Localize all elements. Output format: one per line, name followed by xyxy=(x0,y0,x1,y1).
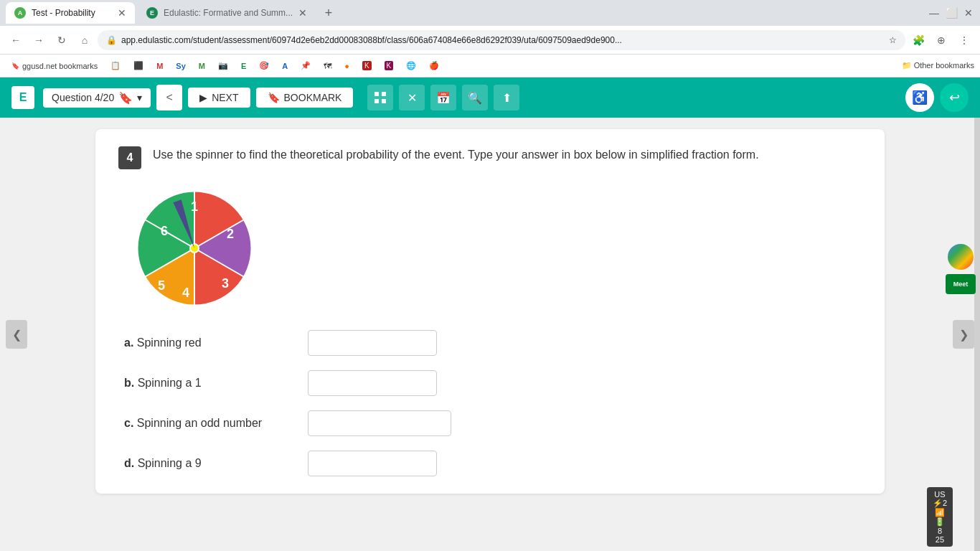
bm-icon-k2: K xyxy=(385,61,394,70)
svg-rect-1 xyxy=(382,92,386,96)
meet-icon[interactable]: Meet xyxy=(946,274,976,294)
accessibility-button[interactable]: ♿ xyxy=(905,83,934,112)
answer-input-a[interactable] xyxy=(308,330,437,356)
forward-nav-button[interactable]: → xyxy=(29,30,49,50)
answer-bold-d: d. xyxy=(124,457,134,469)
answer-label-c: c. Spinning an odd number xyxy=(124,417,296,430)
question-header: 4 Use the spinner to find the theoretica… xyxy=(118,146,862,169)
app-header: E Question 4/20 🔖 ▾ < ▶ NEXT 🔖 BOOKMARK xyxy=(0,77,980,118)
bookmark-apple[interactable]: 🍎 xyxy=(425,60,443,72)
bookmark-misc1[interactable]: 🎯 xyxy=(255,60,273,72)
minutes-text: 25 xyxy=(933,535,947,544)
back-nav-button[interactable]: ← xyxy=(6,30,26,50)
calendar-tool-button[interactable]: 📅 xyxy=(430,85,456,110)
next-question-button[interactable]: ▶ NEXT xyxy=(188,88,250,108)
spinner-container: 1 2 3 4 5 6 xyxy=(130,184,862,313)
bookmark-misc3[interactable]: 🌐 xyxy=(402,60,420,72)
time-text: 8 xyxy=(933,527,947,535)
next-page-button[interactable]: ❯ xyxy=(953,320,974,349)
google-icon xyxy=(948,244,974,270)
grid-tool-button[interactable] xyxy=(367,85,393,110)
extensions-button[interactable]: 🧩 xyxy=(908,30,928,50)
bm-icon-dot1: ● xyxy=(344,62,349,70)
bookmark-label-ggusd: ggusd.net bookmarks xyxy=(22,62,98,70)
menu-button[interactable]: ⋮ xyxy=(954,30,974,50)
tab-label-1: Test - Probability xyxy=(32,8,95,18)
bookmark-m1[interactable]: M xyxy=(152,60,167,72)
scrollbar[interactable] xyxy=(974,118,980,551)
restore-button[interactable]: ⬜ xyxy=(946,7,957,19)
nav-bar: ← → ↻ ⌂ 🔒 app.edulastic.com/student/asse… xyxy=(0,26,980,55)
battery-icon: ⚡2 xyxy=(933,499,947,508)
answer-input-d[interactable] xyxy=(308,451,437,476)
prev-question-button[interactable]: < xyxy=(156,85,182,110)
tab-close-1[interactable]: ✕ xyxy=(118,7,126,19)
answer-bold-c: c. xyxy=(124,417,133,429)
window-controls: — ⬜ ✕ xyxy=(928,7,974,19)
tab-test-probability[interactable]: A Test - Probability ✕ xyxy=(6,2,135,24)
bm-icon-m1: M xyxy=(156,62,163,70)
bookmark-m2[interactable]: M xyxy=(194,60,209,72)
answer-text-a: Spinning red xyxy=(137,336,202,349)
other-bookmarks[interactable]: 📁 Other bookmarks xyxy=(902,61,974,70)
bookmark-icon: 🔖 xyxy=(268,92,280,103)
answer-input-c[interactable] xyxy=(308,410,451,436)
bookmark-misc2[interactable]: 📌 xyxy=(296,60,315,72)
answer-row-a: a. Spinning red xyxy=(124,330,862,356)
search-tool-button[interactable]: 🔍 xyxy=(462,85,488,110)
upload-tool-button[interactable]: ⬆ xyxy=(494,85,519,110)
bookmark-k[interactable]: K xyxy=(358,60,376,72)
svg-text:3: 3 xyxy=(222,276,229,291)
tab-icon-1: A xyxy=(14,7,26,19)
bookmarks-bar: 🔖 ggusd.net bookmarks 📋 ⬛ M Sy M 📷 E 🎯 A… xyxy=(0,55,980,77)
question-text: Use the spinner to find the theoretical … xyxy=(153,146,759,164)
bookmark-k2[interactable]: K xyxy=(380,60,398,72)
new-tab-button[interactable]: + xyxy=(319,3,339,23)
answer-input-b[interactable] xyxy=(308,370,437,396)
bookmark-a2[interactable]: A xyxy=(278,60,292,72)
content-area: ❮ 4 Use the spinner to find the theoreti… xyxy=(0,118,980,551)
reload-button[interactable]: ↻ xyxy=(52,30,72,50)
nav-actions: 🧩 ⊕ ⋮ xyxy=(908,30,974,50)
bookmark-e[interactable]: E xyxy=(237,60,250,72)
answer-label-b: b. Spinning a 1 xyxy=(124,377,296,390)
bookmark-sy[interactable]: Sy xyxy=(171,60,189,72)
tool-buttons: ✕ 📅 🔍 ⬆ xyxy=(367,85,519,110)
exit-button[interactable]: ↩ xyxy=(940,83,969,112)
bookmark-dots[interactable]: ⬛ xyxy=(129,60,148,72)
app-logo: E xyxy=(11,86,34,109)
address-bar[interactable]: 🔒 app.edulastic.com/student/assessment/6… xyxy=(98,30,905,50)
bookmark-button[interactable]: 🔖 BOOKMARK xyxy=(256,88,354,108)
answer-row-c: c. Spinning an odd number xyxy=(124,410,862,436)
header-right: ♿ ↩ xyxy=(905,83,969,112)
bm-icon-misc1: 🎯 xyxy=(259,61,269,70)
app-container: E Question 4/20 🔖 ▾ < ▶ NEXT 🔖 BOOKMARK xyxy=(0,77,980,551)
bookmark-ggusd[interactable]: 🔖 ggusd.net bookmarks xyxy=(6,60,102,72)
tab-icon-2: E xyxy=(146,7,158,19)
bm-icon-b: 📋 xyxy=(110,61,121,70)
bookmark-map[interactable]: 🗺 xyxy=(319,60,336,72)
bookmark-b[interactable]: 📋 xyxy=(106,60,125,72)
other-bookmarks-label: Other bookmarks xyxy=(914,61,974,70)
star-icon[interactable]: ☆ xyxy=(889,35,897,45)
home-button[interactable]: ⌂ xyxy=(75,30,95,50)
close-tool-button[interactable]: ✕ xyxy=(399,85,425,110)
tab-edulastic[interactable]: E Edulastic: Formative and Summ... ✕ xyxy=(138,2,316,24)
close-button[interactable]: ✕ xyxy=(963,7,974,19)
bm-icon-k: K xyxy=(362,61,372,70)
prev-page-button[interactable]: ❮ xyxy=(6,320,27,349)
svg-text:4: 4 xyxy=(182,286,189,300)
question-card: 4 Use the spinner to find the theoretica… xyxy=(95,129,885,494)
chevron-down-icon[interactable]: ▾ xyxy=(137,92,142,103)
profile-button[interactable]: ⊕ xyxy=(931,30,951,50)
bookmark-dot1[interactable]: ● xyxy=(340,60,354,72)
bm-icon-misc2: 📌 xyxy=(301,61,311,70)
answer-bold-b: b. xyxy=(124,377,134,389)
bookmark-a1[interactable]: 📷 xyxy=(214,60,232,72)
svg-rect-3 xyxy=(382,99,386,103)
svg-text:1: 1 xyxy=(191,199,198,214)
lock-icon: 🔒 xyxy=(106,35,117,45)
tab-close-2[interactable]: ✕ xyxy=(298,7,307,19)
minimize-button[interactable]: — xyxy=(928,7,940,19)
title-bar: A Test - Probability ✕ E Edulastic: Form… xyxy=(0,0,980,26)
